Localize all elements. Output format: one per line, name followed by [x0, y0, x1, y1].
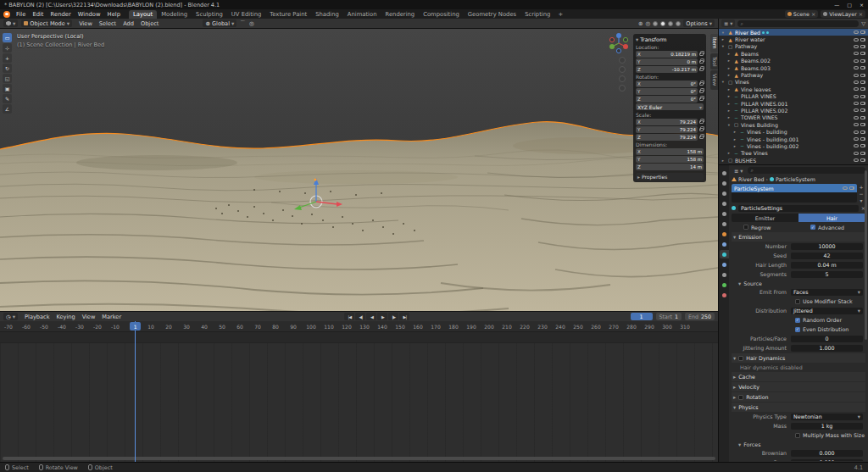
transform-field-y-0[interactable]: Y0° [636, 88, 698, 95]
viewport-menu-add[interactable]: Add [120, 20, 137, 27]
transform-field-x-0[interactable]: X0° [636, 81, 698, 87]
checkbox-regrow[interactable]: Regrow [732, 225, 798, 230]
timeline-menu-keying[interactable]: Keying [53, 314, 79, 320]
expand-icon[interactable]: ▾ [721, 80, 726, 84]
add-workspace-button[interactable]: + [554, 11, 566, 18]
disable-in-render-icon[interactable] [860, 137, 865, 141]
transform-field-z-14-m[interactable]: Z14 m [636, 164, 704, 170]
workspace-tab-rendering[interactable]: Rendering [381, 10, 419, 19]
outliner-item-pillar-vines-001[interactable]: ▸~PILLAR VINES.001 [719, 100, 868, 107]
remove-particle-system-button[interactable]: − [859, 191, 863, 197]
hide-in-viewport-icon[interactable] [854, 102, 859, 105]
transform-field-z-0[interactable]: Z0° [636, 96, 698, 103]
menubar-window[interactable]: Window [75, 11, 104, 18]
disable-in-render-icon[interactable] [860, 123, 865, 126]
expand-icon[interactable]: ▾ [721, 31, 726, 35]
tool-move-button[interactable]: + [3, 53, 12, 63]
segments-field[interactable]: 5 [791, 271, 863, 278]
sidebar-tab-tool[interactable]: Tool [710, 53, 718, 70]
hide-in-viewport-icon[interactable] [854, 45, 859, 48]
disable-in-render-icon[interactable] [860, 87, 865, 91]
lock-icon[interactable] [699, 82, 704, 86]
workspace-tab-uv-editing[interactable]: UV Editing [227, 10, 265, 19]
hide-in-viewport-icon[interactable] [854, 130, 859, 134]
frame-start-field[interactable]: Start1 [656, 313, 682, 320]
disable-in-render-icon[interactable] [860, 81, 865, 84]
transform-field-x-79-224[interactable]: X79.224 [636, 119, 698, 125]
outliner-item-bushes[interactable]: ▸▢BUSHES [719, 157, 868, 164]
jittering-amount-field[interactable]: 1.000 [791, 345, 863, 352]
expand-icon[interactable]: ▸ [726, 66, 732, 70]
outliner-item-vines-building-001[interactable]: ▸~Vines - building.001 [719, 136, 868, 142]
tool-rotate-button[interactable]: ↻ [3, 64, 12, 73]
expand-icon[interactable]: ▸ [726, 115, 732, 119]
hide-in-viewport-icon[interactable] [854, 31, 859, 34]
hair-length-field[interactable]: 0.04 m [791, 262, 863, 269]
properties-editor-type-button[interactable]: ≡▾ [732, 167, 745, 175]
editor-type-button[interactable]: ▾ [3, 19, 18, 27]
hide-in-viewport-icon[interactable] [854, 87, 859, 91]
view-layer-selector[interactable]: ViewLayer × [821, 10, 865, 18]
outliner-item-pathway[interactable]: ▾▢Pathway [719, 43, 868, 50]
workspace-tab-shading[interactable]: Shading [311, 10, 343, 19]
lock-icon[interactable] [699, 120, 704, 124]
viewport-menu-select[interactable]: Select [96, 20, 120, 27]
panel-header-physics[interactable]: ▾Physics [732, 403, 865, 412]
next-keyframe-button[interactable]: |▶ [388, 313, 398, 320]
workspace-tab-animation[interactable]: Animation [343, 10, 381, 19]
hide-in-viewport-icon[interactable] [854, 66, 859, 69]
expand-icon[interactable]: ▸ [732, 130, 737, 134]
close-button[interactable]: × [860, 2, 864, 8]
expand-icon[interactable]: ▸ [726, 58, 732, 63]
timeline-menu-playback[interactable]: Playback [21, 314, 53, 320]
play-reverse-button[interactable]: ◀ [366, 313, 376, 320]
rendered-shading-icon[interactable] [676, 21, 681, 26]
disable-in-render-icon[interactable] [860, 130, 865, 134]
disable-in-render-icon[interactable] [860, 45, 865, 48]
workspace-tab-compositing[interactable]: Compositing [419, 10, 464, 19]
transform-field-z-79-224[interactable]: Z79.224 [636, 134, 698, 141]
add-particle-system-button[interactable]: + [859, 184, 863, 190]
navigation-gizmo[interactable] [608, 32, 630, 54]
transform-field-y-79-224[interactable]: Y79.224 [636, 126, 698, 133]
properties-tab-view-layer[interactable] [720, 199, 729, 208]
expand-icon[interactable]: ▸ [726, 52, 732, 56]
hide-in-viewport-icon[interactable] [854, 137, 859, 141]
minimize-button[interactable]: — [834, 2, 839, 8]
hide-in-viewport-icon[interactable] [854, 38, 859, 42]
expand-icon[interactable]: ▸ [726, 73, 732, 77]
timeline-menu-view[interactable]: View [79, 314, 99, 320]
drag-field[interactable]: 0.000 [791, 459, 863, 462]
subpanel-header-source[interactable]: ▾Source [732, 279, 865, 287]
sidebar-tab-view[interactable]: View [710, 70, 718, 89]
outliner-item-pillar-vines-002[interactable]: ▸~PILLAR VINES.002 [719, 107, 868, 114]
disable-in-render-icon[interactable] [860, 102, 865, 105]
play-button[interactable]: ▶ [377, 313, 387, 320]
lock-icon[interactable] [699, 60, 704, 64]
checkbox-even-distribution[interactable]: ✓Even Distribution [732, 325, 865, 334]
menubar-help[interactable]: Help [104, 11, 125, 18]
wireframe-shading-icon[interactable] [653, 21, 658, 26]
maximize-button[interactable]: ▢ [847, 2, 852, 8]
outliner-search-input[interactable]: ⌕ [737, 20, 859, 27]
options-dropdown[interactable]: Options▾ [683, 19, 715, 27]
panel-header-emission[interactable]: ▾Emission [732, 232, 865, 242]
transform-field-y-158-m[interactable]: Y158 m [636, 156, 704, 163]
particles-face-field[interactable]: 0 [791, 336, 863, 342]
hide-in-viewport-icon[interactable] [854, 95, 859, 98]
particle-system-list-item[interactable]: ParticleSystem [732, 184, 857, 192]
expand-icon[interactable]: ▸ [732, 137, 737, 142]
mode-selector[interactable]: Object Mode▾ [21, 19, 72, 27]
menubar-edit[interactable]: Edit [29, 11, 47, 18]
lock-icon[interactable] [699, 97, 704, 101]
outliner-item-vine-leaves[interactable]: ▸▲Vine leaves [719, 86, 868, 92]
emit-from-dropdown[interactable]: Faces▾ [791, 289, 863, 296]
workspace-tab-modeling[interactable]: Modeling [157, 10, 192, 19]
hide-in-viewport-icon[interactable] [854, 152, 859, 155]
outliner-item-river-water[interactable]: ▸▲River water [719, 36, 868, 42]
disable-in-render-icon[interactable] [860, 38, 865, 42]
material-preview-icon[interactable] [668, 21, 673, 26]
checkbox-multiply-mass-with-size[interactable]: Multiply Mass with Size [732, 430, 865, 440]
jump-to-start-button[interactable]: |◀ [344, 313, 354, 320]
lock-icon[interactable] [699, 90, 704, 93]
